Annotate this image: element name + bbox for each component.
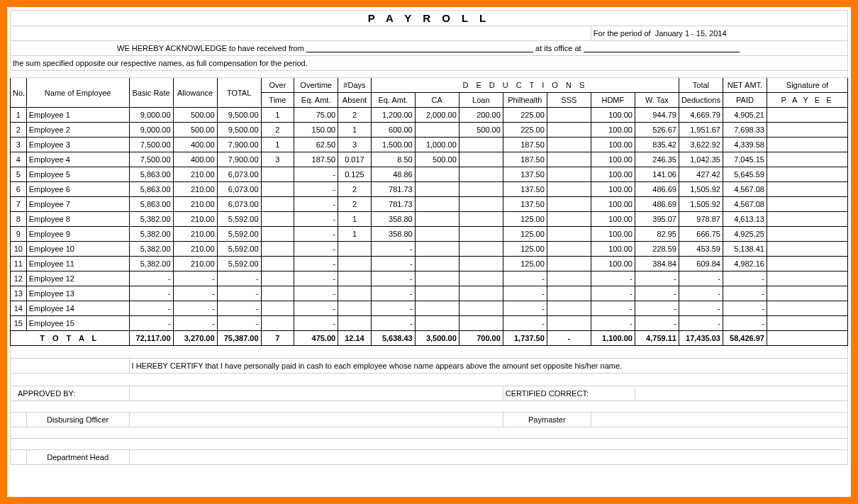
cell: 1 (261, 138, 294, 152)
cell: 4,567.08 (723, 197, 767, 212)
cell: - (723, 286, 767, 301)
cell (547, 108, 591, 123)
table-row: 10Employee 105,382.00210.005,592.00--125… (11, 242, 848, 257)
cell: 200.00 (459, 108, 503, 123)
cell (459, 227, 503, 242)
table-row: 13Employee 13---------- (11, 286, 848, 301)
cell: 1,042.35 (679, 152, 723, 167)
cell: - (503, 286, 547, 301)
table-row: 5Employee 55,863.00210.006,073.00-0.1254… (11, 167, 848, 182)
cell (415, 182, 459, 197)
cell: 187.50 (294, 152, 338, 167)
cell (261, 167, 294, 182)
cell (415, 227, 459, 242)
cell (767, 286, 847, 301)
cell: Employee 14 (26, 301, 129, 316)
cell (261, 182, 294, 197)
hdr-basic: Basic Rate (129, 78, 173, 108)
cell: - (217, 301, 261, 316)
cell (459, 316, 503, 331)
cell: 5,863.00 (129, 167, 173, 182)
total-ph: 1,737.50 (503, 331, 547, 346)
cell: 9 (11, 227, 27, 242)
cell: - (294, 257, 338, 271)
cell: 11 (11, 257, 27, 271)
cell: - (371, 257, 415, 271)
cell: 7,500.00 (129, 138, 173, 152)
cell (767, 167, 847, 182)
total-wtax: 4,759.11 (635, 331, 679, 346)
cell: 666.75 (679, 227, 723, 242)
cell: - (294, 271, 338, 286)
hdr-ca: CA (415, 93, 459, 108)
cell: 781.73 (371, 182, 415, 197)
cell (261, 212, 294, 227)
cell: 2 (338, 108, 372, 123)
table-row: 6Employee 65,863.00210.006,073.00-2781.7… (11, 182, 848, 197)
cell: Employee 15 (26, 316, 129, 331)
total-sig (767, 331, 847, 346)
cell: - (635, 316, 679, 331)
cell: 6,073.00 (217, 182, 261, 197)
cell (338, 316, 372, 331)
cell: 6,073.00 (217, 197, 261, 212)
cell: - (294, 182, 338, 197)
cell (459, 257, 503, 271)
cell (459, 301, 503, 316)
hdr-eqamt: Eq. Amt. (294, 93, 338, 108)
table-row: 12Employee 12---------- (11, 271, 848, 286)
cell: 125.00 (503, 227, 547, 242)
hdr-total-ded-2: Deductions (679, 93, 723, 108)
cell: 8.50 (371, 152, 415, 167)
cell (767, 316, 847, 331)
cell: - (723, 301, 767, 316)
cell: 1,500.00 (371, 138, 415, 152)
table-row: 2Employee 29,000.00500.009,500.002150.00… (11, 123, 848, 138)
cell: 358.80 (371, 212, 415, 227)
cell: 5,382.00 (129, 257, 173, 271)
table-row: 7Employee 75,863.00210.006,073.00-2781.7… (11, 197, 848, 212)
cell: 210.00 (173, 242, 217, 257)
cell: - (679, 301, 723, 316)
hdr-hdmf: HDMF (591, 93, 635, 108)
cell: - (129, 286, 173, 301)
total-total: 75,387.00 (217, 331, 261, 346)
cell: 100.00 (591, 257, 635, 271)
cell: 400.00 (173, 138, 217, 152)
cell: 4,905.21 (723, 108, 767, 123)
cell (415, 242, 459, 257)
cell (338, 242, 372, 257)
cell (415, 286, 459, 301)
cell: - (173, 286, 217, 301)
cell: 8 (11, 212, 27, 227)
cell: - (294, 212, 338, 227)
total-ot: 7 (261, 331, 294, 346)
cell (547, 138, 591, 152)
hdr-total-ded-1: Total (679, 78, 723, 93)
cell (767, 227, 847, 242)
cell: - (294, 197, 338, 212)
total-sss: - (547, 331, 591, 346)
cell (415, 301, 459, 316)
hdr-overtime: Overtime (294, 78, 338, 93)
cell: 7,900.00 (217, 138, 261, 152)
cell: 210.00 (173, 182, 217, 197)
cell: 100.00 (591, 138, 635, 152)
cell: 10 (11, 242, 27, 257)
department-head-label: Department Head (26, 450, 129, 465)
paymaster-label: Paymaster (503, 413, 591, 427)
cell: 100.00 (591, 227, 635, 242)
cell: 210.00 (173, 197, 217, 212)
table-row: 9Employee 95,382.00210.005,592.00-1358.8… (11, 227, 848, 242)
cell: 5,382.00 (129, 227, 173, 242)
cell (415, 167, 459, 182)
cell: 7,045.15 (723, 152, 767, 167)
cell: - (217, 316, 261, 331)
hdr-allowance: Allowance (173, 78, 217, 108)
hdr-ded-eqamt: Eq. Amt. (371, 93, 415, 108)
hdr-sss: SSS (547, 93, 591, 108)
cell: 4 (11, 152, 27, 167)
cell: - (723, 316, 767, 331)
cell: - (503, 301, 547, 316)
cell (767, 138, 847, 152)
